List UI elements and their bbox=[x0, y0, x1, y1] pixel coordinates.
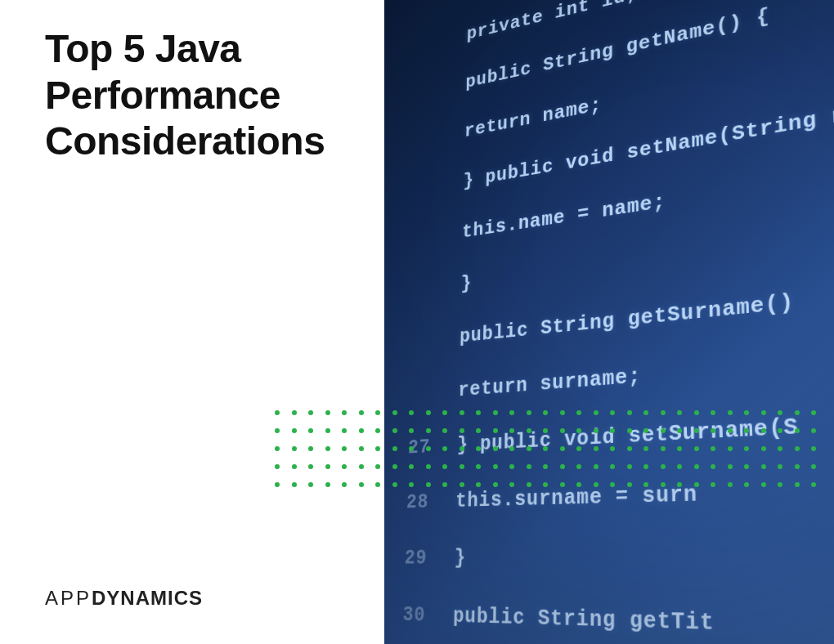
line-number bbox=[411, 17, 442, 71]
dot bbox=[627, 464, 632, 469]
dot bbox=[476, 410, 481, 415]
dot bbox=[811, 464, 816, 469]
dot bbox=[778, 446, 782, 451]
dot bbox=[527, 482, 531, 487]
dot bbox=[594, 482, 599, 487]
dot bbox=[594, 428, 599, 433]
dot bbox=[375, 446, 380, 451]
dot bbox=[795, 464, 800, 469]
dot bbox=[728, 464, 733, 469]
dot bbox=[359, 428, 364, 433]
line-text: } bbox=[454, 522, 834, 593]
dot bbox=[761, 428, 766, 433]
dot bbox=[460, 464, 464, 469]
dot bbox=[308, 410, 313, 415]
dot bbox=[409, 410, 414, 415]
dot bbox=[325, 446, 330, 451]
dot bbox=[493, 464, 498, 469]
dot bbox=[292, 410, 297, 415]
code-line: 29} bbox=[394, 522, 834, 593]
dot bbox=[442, 446, 447, 451]
dot bbox=[527, 464, 531, 469]
dot bbox=[694, 428, 699, 433]
dot-grid-decoration bbox=[275, 410, 828, 500]
dot bbox=[442, 482, 447, 487]
dot bbox=[292, 428, 297, 433]
dot bbox=[275, 446, 280, 451]
dot bbox=[426, 446, 431, 451]
dot bbox=[677, 446, 682, 451]
dot bbox=[560, 428, 565, 433]
line-text: public String getTit bbox=[452, 587, 834, 644]
dot bbox=[359, 446, 364, 451]
dot bbox=[342, 482, 347, 487]
dot bbox=[493, 410, 498, 415]
dot bbox=[627, 428, 632, 433]
dot bbox=[677, 428, 682, 433]
dot bbox=[677, 482, 682, 487]
dot bbox=[342, 428, 347, 433]
dot bbox=[527, 410, 531, 415]
dot bbox=[711, 482, 715, 487]
dot bbox=[594, 410, 599, 415]
dot bbox=[627, 410, 632, 415]
dot bbox=[460, 482, 464, 487]
dot bbox=[594, 464, 599, 469]
dot bbox=[694, 464, 699, 469]
title-line-2: Performance bbox=[45, 74, 280, 117]
dot bbox=[308, 482, 313, 487]
dot bbox=[728, 428, 733, 433]
dot bbox=[476, 428, 481, 433]
dot bbox=[661, 482, 666, 487]
line-number: 30 bbox=[392, 586, 426, 644]
dot bbox=[576, 410, 581, 415]
title-line-1: Top 5 Java bbox=[45, 27, 241, 70]
dot bbox=[325, 428, 330, 433]
dot bbox=[761, 464, 766, 469]
dot bbox=[811, 446, 816, 451]
dot bbox=[275, 482, 280, 487]
dot bbox=[694, 482, 699, 487]
title-line-3: Considerations bbox=[45, 119, 325, 163]
dot bbox=[426, 464, 431, 469]
dot bbox=[643, 482, 648, 487]
dot bbox=[527, 428, 531, 433]
dot bbox=[359, 464, 364, 469]
dot bbox=[543, 464, 548, 469]
dot bbox=[325, 464, 330, 469]
dot bbox=[744, 410, 749, 415]
dot bbox=[711, 410, 715, 415]
dot bbox=[811, 410, 816, 415]
dot bbox=[576, 446, 581, 451]
dot bbox=[728, 482, 733, 487]
dot bbox=[509, 464, 514, 469]
dot bbox=[409, 446, 414, 451]
dot bbox=[661, 446, 666, 451]
dot bbox=[761, 446, 766, 451]
line-number: 29 bbox=[394, 530, 428, 586]
dot bbox=[711, 464, 715, 469]
dot bbox=[392, 446, 397, 451]
line-number bbox=[406, 161, 438, 216]
dot bbox=[476, 446, 481, 451]
dot bbox=[778, 482, 782, 487]
dot bbox=[375, 464, 380, 469]
dot bbox=[610, 428, 615, 433]
dot bbox=[576, 428, 581, 433]
dot bbox=[509, 428, 514, 433]
dot bbox=[711, 446, 715, 451]
dot bbox=[643, 428, 648, 433]
dot bbox=[375, 482, 380, 487]
dot bbox=[677, 464, 682, 469]
dot bbox=[442, 410, 447, 415]
dot bbox=[576, 464, 581, 469]
dot bbox=[795, 482, 800, 487]
dot bbox=[711, 428, 715, 433]
dot bbox=[643, 446, 648, 451]
dot bbox=[543, 482, 548, 487]
line-number bbox=[410, 65, 441, 119]
dot bbox=[543, 428, 548, 433]
dot bbox=[661, 464, 666, 469]
dot bbox=[744, 482, 749, 487]
dot bbox=[761, 482, 766, 487]
